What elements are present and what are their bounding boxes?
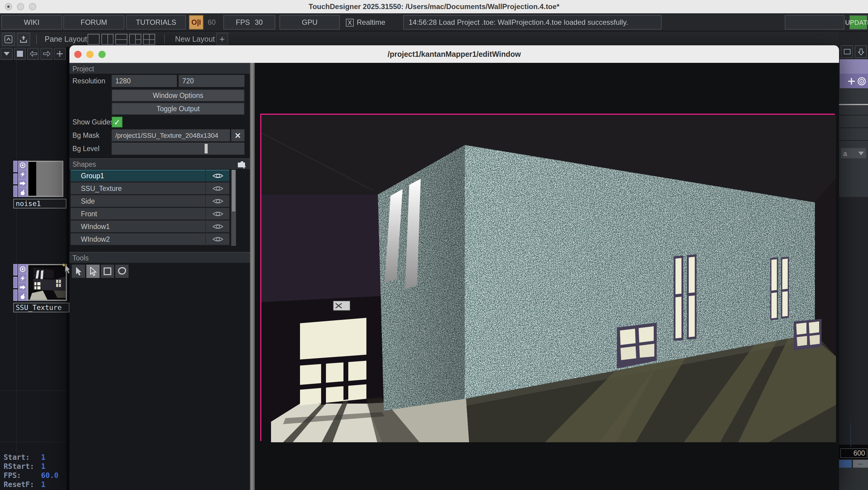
add-group-icon[interactable] <box>237 161 246 169</box>
node-color-strip <box>13 161 18 197</box>
show-guides-label: Show Guides <box>72 116 114 128</box>
tutorials-button[interactable]: TUTORIALS <box>126 15 186 30</box>
right-panel-column: a 600 ... <box>839 31 868 490</box>
chevron-down-icon <box>858 151 864 155</box>
window-titlebar[interactable]: /project1/kantanMapper1/editWindow <box>69 45 839 63</box>
gpu-button[interactable]: GPU <box>279 15 340 30</box>
stat-label: FPS: <box>4 471 41 480</box>
panel-splitter[interactable] <box>250 63 255 490</box>
node-noise1[interactable] <box>13 161 63 197</box>
pane-preset-hsplit[interactable] <box>115 34 127 45</box>
pane-preset-three[interactable] <box>129 34 141 45</box>
fps-button[interactable]: FPS 30 <box>223 15 275 30</box>
toolbar-separator <box>164 34 165 44</box>
select-tool-button[interactable] <box>72 265 85 278</box>
realtime-toggle[interactable]: X Realtime <box>346 15 385 30</box>
pane-preset-single[interactable] <box>88 34 100 45</box>
parameter-header <box>840 59 868 74</box>
show-guides-checkbox[interactable]: ✓ <box>112 117 123 127</box>
realtime-label: Realtime <box>357 18 385 27</box>
stat-value: 1 <box>41 462 45 471</box>
forward-arrow-icon[interactable] <box>40 48 53 60</box>
back-arrow-icon[interactable] <box>27 48 39 60</box>
node-name-ssu[interactable]: SSU_Texture <box>13 303 69 312</box>
dropdown-value: a <box>843 149 847 157</box>
export-flag-icon[interactable] <box>19 283 27 292</box>
wiki-button[interactable]: WIKI <box>1 15 62 30</box>
timeline-scroll-handle[interactable] <box>839 460 852 468</box>
projection-scene <box>261 115 836 442</box>
window-maximize-icon[interactable] <box>841 45 853 58</box>
realtime-checkbox[interactable]: X <box>346 19 354 26</box>
window-title: /project1/kantanMapper1/editWindow <box>69 50 839 58</box>
add-icon[interactable] <box>54 48 66 60</box>
export-flag-icon[interactable] <box>19 179 27 188</box>
bg-level-slider[interactable] <box>112 143 245 155</box>
target-icon[interactable] <box>857 77 866 86</box>
plus-icon[interactable] <box>847 77 855 85</box>
pane-layout-label: Pane Layout <box>45 31 87 47</box>
viewer-flag-icon[interactable] <box>19 265 27 274</box>
dock-down-icon[interactable] <box>855 45 867 58</box>
node-thumbnail-building[interactable] <box>27 264 67 301</box>
stat-label: RStart: <box>4 462 41 471</box>
oi-value: 60 <box>208 15 216 30</box>
eye-icon[interactable] <box>213 172 223 179</box>
render-flag-icon[interactable] <box>19 170 27 179</box>
eye-icon[interactable] <box>213 210 223 218</box>
export-layout-icon[interactable] <box>17 33 30 46</box>
direct-select-tool-button[interactable] <box>86 265 100 278</box>
rectangle-tool-button[interactable] <box>101 265 114 278</box>
node-thumbnail-noise[interactable] <box>27 161 63 197</box>
lock-flag-icon[interactable] <box>19 188 27 197</box>
oi-toggle[interactable]: O|I <box>189 15 204 30</box>
parameter-dropdown[interactable]: a <box>841 148 866 158</box>
stat-value: 60.0 <box>41 471 59 480</box>
resolution-height-field[interactable]: 720 <box>179 75 245 87</box>
pane-preset-grid[interactable] <box>143 34 155 45</box>
node-flags[interactable] <box>18 264 27 301</box>
forum-button[interactable]: FORUM <box>63 15 124 30</box>
collapse-icon[interactable] <box>2 33 15 46</box>
app-title: TouchDesigner 2025.31550: /Users/mac/Doc… <box>0 2 868 11</box>
stat-value: 1 <box>41 453 45 462</box>
more-button[interactable]: ... <box>853 460 868 468</box>
mapping-canvas[interactable] <box>255 63 839 490</box>
freeform-tool-icon <box>117 267 126 276</box>
update-button[interactable]: UPDATE <box>849 15 867 30</box>
node-ssu-texture[interactable] <box>13 264 67 301</box>
project-section-header: Project <box>69 63 250 74</box>
stop-icon[interactable] <box>14 48 26 60</box>
shapes-column-divider <box>205 170 206 246</box>
bg-mask-label: Bg Mask <box>72 129 100 141</box>
freeform-tool-button[interactable] <box>115 265 129 278</box>
node-flags[interactable] <box>18 161 27 197</box>
shapes-scrollbar[interactable] <box>231 170 236 246</box>
slider-handle[interactable] <box>205 144 208 153</box>
new-layout-add-button[interactable]: + <box>216 33 228 45</box>
render-flag-icon[interactable] <box>19 274 27 283</box>
toggle-output-button[interactable]: Toggle Output <box>112 103 245 115</box>
viewer-flag-icon[interactable] <box>19 161 27 170</box>
eye-icon[interactable] <box>213 223 223 230</box>
timeline-end-field[interactable]: 600 <box>840 448 867 458</box>
timeline-footer <box>839 468 868 490</box>
bg-mask-field[interactable]: /project1/SSU_Texture_2048x1304 <box>112 129 230 141</box>
new-layout-label: New Layout <box>175 31 215 47</box>
rectangle-tool-icon <box>103 267 112 276</box>
resolution-width-field[interactable]: 1280 <box>112 75 177 87</box>
chevron-down-icon[interactable] <box>1 48 13 60</box>
pane-preset-vsplit[interactable] <box>101 34 114 45</box>
eye-icon[interactable] <box>213 185 223 192</box>
network-grid-line <box>0 390 69 391</box>
node-color-strip <box>13 264 18 301</box>
window-options-button[interactable]: Window Options <box>112 89 245 102</box>
node-name-noise1[interactable]: noise1 <box>13 199 66 208</box>
clear-bg-mask-button[interactable]: ✕ <box>231 129 245 141</box>
lock-flag-icon[interactable] <box>19 292 27 300</box>
tools-section-header: Tools <box>69 252 250 263</box>
eye-icon[interactable] <box>213 198 223 205</box>
network-grid-line <box>0 442 69 442</box>
projection-output-frame[interactable] <box>260 114 835 441</box>
eye-icon[interactable] <box>213 236 223 243</box>
